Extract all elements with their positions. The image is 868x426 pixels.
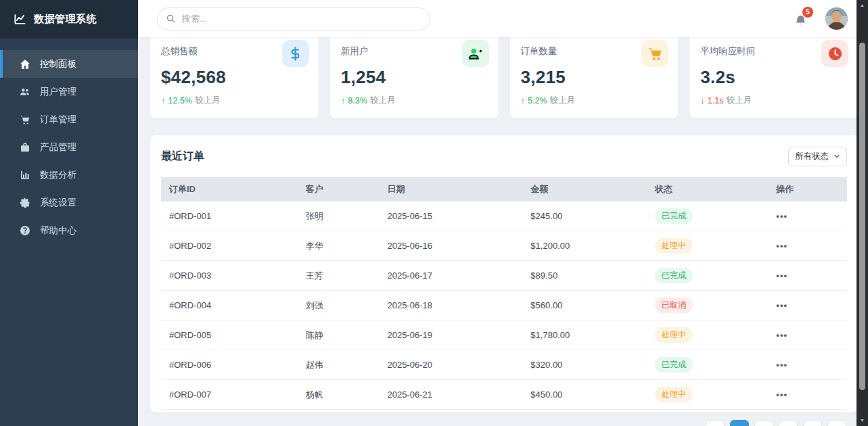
table-row: #ORD-004刘强2025-06-18$560.00已取消••• [161,291,847,321]
sidebar-item-5[interactable]: 数据分析 [0,161,138,189]
status-filter-value: 所有状态 [795,151,829,162]
order-id: #ORD-004 [161,291,298,321]
search-icon [166,14,176,24]
order-id: #ORD-006 [161,350,298,380]
orders-table: 订单ID客户日期金额状态操作 #ORD-001张明2025-06-15$245.… [161,177,847,410]
order-date: 2025-06-20 [379,350,522,380]
column-header-5: 状态 [647,177,768,202]
sidebar-nav: 控制面板用户管理订单管理产品管理数据分析系统设置帮助中心 [0,39,138,244]
row-actions-button[interactable]: ••• [776,330,787,340]
scroll-down-arrow-icon[interactable]: ▼ [856,417,868,424]
stat-change: ↓1.1s较上月 [700,95,847,106]
sidebar-item-4[interactable]: 产品管理 [0,133,138,161]
help-icon [19,224,30,236]
chart-line-icon [14,13,26,26]
stat-change: ↑8.3%较上月 [341,95,488,106]
sidebar-item-label: 控制面板 [40,58,76,70]
stat-value: 3,215 [521,67,668,88]
status-badge: 已完成 [655,208,693,224]
order-date: 2025-06-17 [379,261,522,291]
order-customer: 杨帆 [298,380,380,410]
pagination-page-3[interactable]: 3 [779,420,798,426]
sidebar-item-2[interactable]: 用户管理 [0,78,138,105]
row-actions-button[interactable]: ••• [776,300,787,310]
pagination-next-button[interactable]: › [827,420,846,426]
stat-card-3: 订单数量3,215↑5.2%较上月 [510,37,679,118]
order-customer: 刘强 [298,291,380,321]
app-title: 数据管理系统 [34,13,97,26]
order-date: 2025-06-18 [379,291,522,321]
arrow-down-icon: ↓ [700,95,705,105]
app-window: 数据管理系统 控制面板用户管理订单管理产品管理数据分析系统设置帮助中心 5 [0,0,868,426]
stat-change-value: 1.1s [708,96,724,105]
row-actions-button[interactable]: ••• [776,270,787,281]
stat-card-4: 平均响应时间3.2s↓1.1s较上月 [689,37,858,118]
row-actions-button[interactable]: ••• [776,211,787,221]
order-date: 2025-06-21 [379,380,522,410]
row-actions-button[interactable]: ••• [776,389,787,400]
search-input[interactable] [182,14,421,24]
order-id: #ORD-001 [161,202,298,231]
column-header-4: 金额 [522,177,647,202]
sidebar-item-label: 订单管理 [40,114,76,126]
notifications-button[interactable]: 5 [794,11,808,26]
pagination-page-4[interactable]: 4 [803,420,822,426]
stat-change-suffix: 较上月 [726,95,752,106]
stat-change-suffix: 较上月 [550,95,576,106]
column-header-1: 订单ID [161,177,298,202]
top-header: 5 [138,0,868,37]
cart-icon [641,40,668,67]
row-actions-button[interactable]: ••• [776,241,787,251]
window-scrollbar[interactable]: ▲ ▼ [856,0,868,426]
order-customer: 李华 [298,231,380,261]
status-filter-select[interactable]: 所有状态 [788,147,847,166]
order-amount: $560.00 [522,291,647,321]
table-row: #ORD-002李华2025-06-16$1,200.00处理中••• [161,231,847,261]
avatar-image [825,7,848,30]
order-amount: $320.00 [522,350,647,380]
sidebar-item-7[interactable]: 帮助中心 [0,216,138,244]
scroll-up-arrow-icon[interactable]: ▲ [856,2,868,9]
sidebar-item-3[interactable]: 订单管理 [0,105,138,133]
stat-value: 1,254 [341,67,488,88]
home-icon [19,58,30,70]
user-avatar[interactable] [825,7,848,30]
sidebar-item-6[interactable]: 系统设置 [0,189,138,216]
order-amount: $1,200.00 [522,231,647,261]
arrow-up-icon: ↑ [161,95,166,105]
arrow-up-icon: ↑ [521,95,526,105]
status-badge: 处理中 [655,327,693,343]
order-amount: $89.50 [522,261,647,291]
search-box[interactable] [157,7,430,30]
pagination: ‹1234› [161,420,847,426]
sidebar-item-label: 数据分析 [40,169,76,181]
sidebar-item-1[interactable]: 控制面板 [0,50,138,78]
notification-badge: 5 [802,7,813,18]
pagination-page-2[interactable]: 2 [754,420,773,426]
main-area: 5 [138,0,868,426]
stat-value: 3.2s [700,67,847,88]
order-amount: $450.00 [522,380,647,410]
order-amount: $245.00 [522,202,647,231]
recent-orders-panel: 最近订单 所有状态 订单ID客户日期金额状态操作 #ORD-001张明2025-… [150,135,858,412]
cart-icon [19,114,30,125]
sidebar-item-label: 产品管理 [40,141,76,153]
table-row: #ORD-007杨帆2025-06-21$450.00处理中••• [161,380,847,410]
pagination-page-1[interactable]: 1 [730,420,749,426]
scrollbar-thumb[interactable] [859,43,865,390]
stat-card-2: 新用户1,254↑8.3%较上月 [330,37,499,118]
status-badge: 处理中 [655,238,693,254]
stat-card-1: 总销售额$42,568↑12.5%较上月 [150,37,319,118]
stat-change-value: 8.3% [348,96,367,105]
orders-table-header: 订单ID客户日期金额状态操作 [161,177,847,202]
order-customer: 张明 [298,202,380,231]
user-plus-icon [462,40,489,67]
order-id: #ORD-005 [161,321,298,350]
order-id: #ORD-003 [161,261,298,291]
row-actions-button[interactable]: ••• [776,360,787,370]
header-actions: 5 [794,7,857,30]
sidebar-item-label: 帮助中心 [40,224,76,237]
gear-icon [19,197,30,208]
pagination-prev-button[interactable]: ‹ [706,420,725,426]
stat-cards: 总销售额$42,568↑12.5%较上月新用户1,254↑8.3%较上月订单数量… [150,37,858,118]
